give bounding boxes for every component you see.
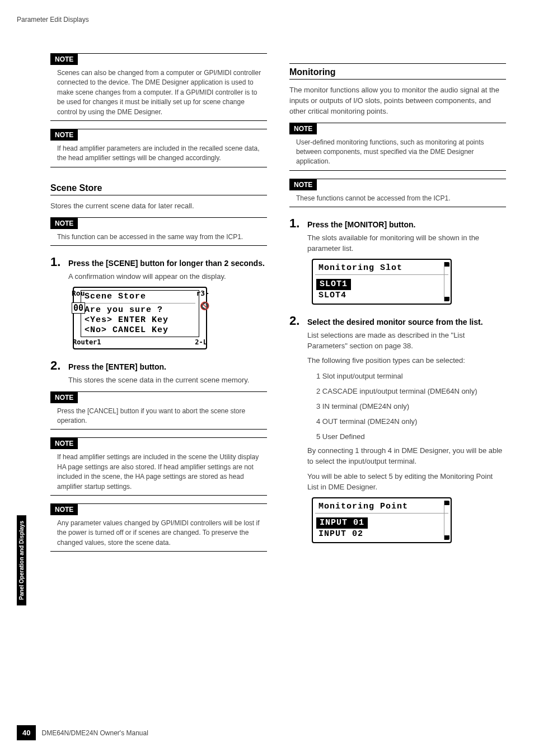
page-number: 40 (17, 725, 36, 740)
lcd-title: Monitoring Slot (315, 262, 448, 275)
step-1: 1. Press the [MONITOR] button. (289, 216, 506, 231)
lcd-monitoring-slot: Monitoring Slot SLOT1 SLOT4 (312, 259, 506, 305)
lcd-tag-bot-right: 2-L (195, 338, 207, 346)
note-block: NOTE Scenes can also be changed from a c… (50, 53, 267, 121)
section-heading-scene-store: Scene Store (50, 183, 267, 195)
speaker-mute-icon: 🔇 (200, 301, 209, 310)
step-body: The slots available for monitoring will … (307, 233, 506, 254)
note-body: Press the [CANCEL] button if you want to… (50, 403, 267, 430)
scrollbar-icon (444, 262, 449, 301)
list-item: 3 IN terminal (DME24N only) (316, 401, 506, 413)
step-body: The following five position types can be… (307, 356, 506, 366)
section-heading-monitoring: Monitoring (289, 63, 506, 80)
lcd-title: Scene Store (85, 292, 195, 304)
step-2: 2. Press the [ENTER] button. (50, 358, 267, 373)
note-label: NOTE (50, 129, 78, 141)
list-item: 1 Slot input/output terminal (316, 371, 506, 382)
note-label: NOTE (50, 54, 78, 65)
note-label: NOTE (289, 179, 317, 190)
section-description: Stores the current scene data for later … (50, 201, 267, 212)
step-number: 1. (50, 255, 64, 269)
step-2: 2. Select the desired monitor source fro… (289, 314, 506, 328)
note-body: User-defined monitoring functions, such … (289, 134, 506, 170)
step-number: 1. (289, 216, 303, 231)
step-body: A confirmation window will appear on the… (68, 272, 267, 282)
note-block: NOTE These functions cannot be accessed … (289, 179, 506, 207)
lcd-title: Monitoring Point (315, 501, 448, 514)
lcd-scene-store: Rou r3- 00 🔇 Scene Store Are you sure ? … (73, 287, 267, 349)
note-block: NOTE Any parameter values changed by GPI… (50, 503, 267, 552)
note-block: NOTE This function can be accessed in th… (50, 217, 267, 246)
note-body: If head amplifier parameters are include… (50, 141, 267, 167)
lcd-tag-right: r3- (196, 289, 209, 297)
lcd-zero-box: 00 (72, 302, 85, 314)
manual-title: DME64N/DME24N Owner's Manual (41, 729, 148, 737)
lcd-line: Are you sure ? (85, 305, 195, 315)
note-block: NOTE If head amplifier parameters are in… (50, 129, 267, 167)
list-item: 4 OUT terminal (DME24N only) (316, 416, 506, 428)
side-tab: Panel Operation and Displays (17, 515, 26, 605)
page-header: Parameter Edit Displays (17, 16, 89, 24)
note-body: Scenes can also be changed from a comput… (50, 65, 267, 120)
lcd-row-selected: SLOT1 (316, 279, 351, 290)
note-body: These functions cannot be accessed from … (289, 190, 506, 207)
lcd-row: SLOT4 (315, 290, 448, 301)
step-title: Press the [ENTER] button. (68, 362, 166, 371)
note-label: NOTE (50, 392, 78, 403)
note-body: This function can be accessed in the sam… (50, 229, 267, 245)
note-block: NOTE User-defined monitoring functions, … (289, 123, 506, 171)
right-column: Monitoring The monitor functions allow y… (289, 48, 506, 559)
step-body: List selections are made as described in… (307, 330, 506, 352)
note-label: NOTE (50, 218, 78, 229)
lcd-row: INPUT 02 (315, 529, 448, 540)
note-label: NOTE (289, 123, 317, 134)
note-label: NOTE (50, 438, 78, 449)
note-body: Any parameter values changed by GPI/MIDI… (50, 515, 267, 551)
scrollbar-icon (444, 501, 449, 540)
note-label: NOTE (50, 504, 78, 515)
lcd-line: <No> CANCEL Key (85, 325, 195, 335)
note-block: NOTE If head amplifier settings are incl… (50, 437, 267, 496)
step-title: Press the [SCENE] button for longer than… (68, 259, 265, 268)
lcd-line: <Yes> ENTER Key (85, 315, 195, 325)
lcd-monitoring-point: Monitoring Point INPUT 01 INPUT 02 (312, 497, 506, 543)
list-item: 5 User Defined (316, 431, 506, 443)
lcd-tag-left: Rou (72, 289, 85, 297)
left-column: NOTE Scenes can also be changed from a c… (50, 48, 267, 559)
note-block: NOTE Press the [CANCEL] button if you wa… (50, 391, 267, 430)
step-title: Select the desired monitor source from t… (307, 318, 483, 326)
step-number: 2. (50, 358, 64, 373)
step-1: 1. Press the [SCENE] button for longer t… (50, 255, 267, 269)
step-title: Press the [MONITOR] button. (307, 220, 415, 229)
list-item: 2 CASCADE input/output terminal (DME64N … (316, 386, 506, 398)
step-body: By connecting 1 through 4 in DME Designe… (307, 446, 506, 467)
page-footer: 40 DME64N/DME24N Owner's Manual (17, 725, 148, 740)
lcd-tag-bot-left: Router1 (73, 338, 101, 346)
step-body: This stores the scene data in the curren… (68, 375, 267, 386)
lcd-row-selected: INPUT 01 (316, 517, 368, 529)
section-description: The monitor functions allow you to monit… (289, 85, 506, 117)
note-body: If head amplifier settings are included … (50, 449, 267, 495)
step-body: You will be able to select 5 by editing … (307, 472, 506, 493)
step-number: 2. (289, 314, 303, 328)
